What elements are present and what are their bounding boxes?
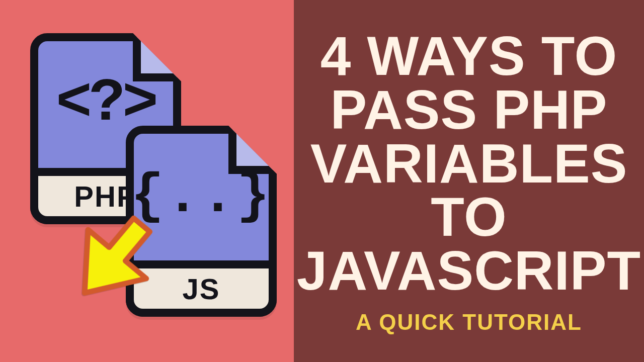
- headline-line-4: JAVASCRIPT: [297, 244, 641, 298]
- subtitle: A QUICK TUTORIAL: [356, 310, 582, 335]
- headline-line-2: PASS PHP: [297, 83, 641, 137]
- right-panel: 4 WAYS TO PASS PHP VARIABLES TO JAVASCRI…: [294, 0, 644, 362]
- headline: 4 WAYS TO PASS PHP VARIABLES TO JAVASCRI…: [297, 29, 641, 298]
- thumbnail-stage: <?> PHP {..} JS 4 WAYS TO PASS PHP VARIA…: [0, 0, 644, 362]
- headline-line-3: VARIABLES TO: [297, 137, 641, 244]
- left-panel: <?> PHP {..} JS: [0, 0, 294, 362]
- headline-line-1: 4 WAYS TO: [297, 29, 641, 83]
- js-file-label-text: JS: [183, 272, 220, 306]
